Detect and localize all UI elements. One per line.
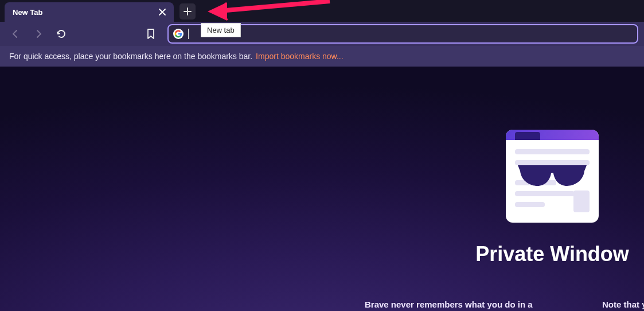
bookmark-hint: For quick access, place your bookmarks h…	[9, 52, 252, 61]
private-window-illustration	[506, 130, 599, 223]
private-window-subtext-1: Brave never remembers what you do in a	[365, 300, 533, 309]
private-window-subtext-2: Note that yo	[602, 300, 644, 309]
private-window-heading: Private Window	[455, 242, 644, 266]
reload-icon	[56, 29, 67, 39]
tab-active[interactable]: New Tab	[5, 2, 174, 22]
sunglasses-icon	[515, 161, 590, 189]
toolbar	[0, 22, 644, 46]
close-tab-button[interactable]	[157, 6, 168, 18]
tab-strip: New Tab	[0, 0, 644, 22]
bookmark-icon	[146, 29, 155, 39]
back-arrow-icon	[11, 29, 20, 38]
close-icon	[159, 9, 166, 15]
bookmark-button[interactable]	[141, 24, 161, 44]
tab-title: New Tab	[13, 8, 43, 17]
address-input[interactable]	[189, 29, 633, 38]
new-tab-button[interactable]	[179, 3, 196, 20]
reload-button[interactable]	[52, 24, 71, 44]
google-search-icon	[173, 29, 184, 39]
bookmark-bar: For quick access, place your bookmarks h…	[0, 46, 644, 67]
private-window-card: Private Window	[455, 130, 644, 266]
plus-icon	[184, 7, 192, 15]
content-area: Private Window Brave never remembers wha…	[0, 67, 644, 311]
forward-button[interactable]	[29, 24, 48, 44]
new-tab-tooltip: New tab	[201, 23, 241, 37]
forward-arrow-icon	[34, 29, 43, 38]
back-button[interactable]	[6, 24, 25, 44]
import-bookmarks-link[interactable]: Import bookmarks now...	[256, 52, 344, 61]
